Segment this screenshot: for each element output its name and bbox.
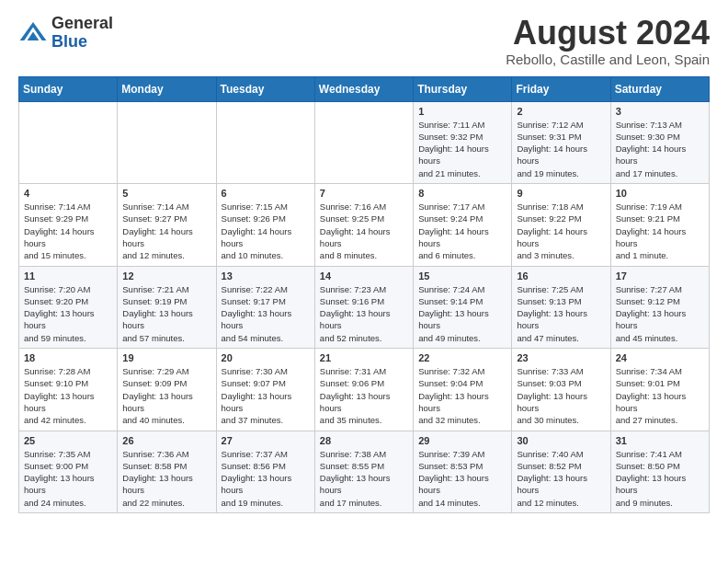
day-info: Sunrise: 7:30 AMSunset: 9:07 PMDaylight:… bbox=[222, 365, 310, 426]
day-info: Sunrise: 7:32 AMSunset: 9:04 PMDaylight:… bbox=[418, 365, 506, 426]
day-info: Sunrise: 7:22 AMSunset: 9:17 PMDaylight:… bbox=[222, 283, 310, 344]
day-info: Sunrise: 7:24 AMSunset: 9:14 PMDaylight:… bbox=[418, 283, 506, 344]
calendar-cell: 24Sunrise: 7:34 AMSunset: 9:01 PMDayligh… bbox=[610, 349, 709, 431]
calendar-cell: 19Sunrise: 7:29 AMSunset: 9:09 PMDayligh… bbox=[118, 349, 216, 431]
day-number: 29 bbox=[418, 435, 506, 446]
day-info: Sunrise: 7:16 AMSunset: 9:25 PMDaylight:… bbox=[320, 201, 408, 261]
calendar-cell: 6Sunrise: 7:15 AMSunset: 9:26 PMDaylight… bbox=[216, 184, 314, 266]
day-number: 25 bbox=[24, 435, 112, 446]
calendar-cell: 16Sunrise: 7:25 AMSunset: 9:13 PMDayligh… bbox=[512, 266, 610, 348]
day-info: Sunrise: 7:12 AMSunset: 9:31 PMDaylight:… bbox=[517, 119, 605, 179]
day-number: 23 bbox=[517, 352, 605, 363]
calendar-week-5: 25Sunrise: 7:35 AMSunset: 9:00 PMDayligh… bbox=[19, 431, 710, 512]
calendar-cell: 10Sunrise: 7:19 AMSunset: 9:21 PMDayligh… bbox=[610, 184, 709, 266]
calendar-cell: 17Sunrise: 7:27 AMSunset: 9:12 PMDayligh… bbox=[610, 266, 709, 348]
calendar-cell: 25Sunrise: 7:35 AMSunset: 9:00 PMDayligh… bbox=[19, 431, 118, 512]
calendar-week-3: 11Sunrise: 7:20 AMSunset: 9:20 PMDayligh… bbox=[19, 266, 710, 348]
day-info: Sunrise: 7:29 AMSunset: 9:09 PMDaylight:… bbox=[122, 365, 210, 426]
logo-blue: Blue bbox=[51, 32, 87, 51]
day-number: 24 bbox=[616, 352, 704, 363]
calendar-cell: 5Sunrise: 7:14 AMSunset: 9:27 PMDaylight… bbox=[118, 184, 216, 266]
calendar-cell bbox=[314, 101, 413, 183]
logo-text: General Blue bbox=[51, 15, 113, 52]
weekday-header-row: SundayMondayTuesdayWednesdayThursdayFrid… bbox=[19, 76, 710, 101]
calendar-cell: 11Sunrise: 7:20 AMSunset: 9:20 PMDayligh… bbox=[19, 266, 118, 348]
day-number: 26 bbox=[122, 435, 210, 446]
calendar-cell bbox=[216, 101, 314, 183]
calendar-cell: 15Sunrise: 7:24 AMSunset: 9:14 PMDayligh… bbox=[414, 266, 512, 348]
day-number: 20 bbox=[222, 352, 310, 363]
day-number: 6 bbox=[222, 188, 310, 199]
calendar-cell: 13Sunrise: 7:22 AMSunset: 9:17 PMDayligh… bbox=[216, 266, 314, 348]
logo-icon bbox=[18, 18, 48, 48]
logo: General Blue bbox=[18, 15, 113, 52]
day-number: 12 bbox=[122, 270, 210, 282]
day-number: 18 bbox=[24, 352, 112, 363]
calendar-cell: 3Sunrise: 7:13 AMSunset: 9:30 PMDaylight… bbox=[610, 101, 709, 183]
day-info: Sunrise: 7:37 AMSunset: 8:56 PMDaylight:… bbox=[222, 448, 310, 509]
header: General Blue August 2024 Rebollo, Castil… bbox=[18, 15, 710, 67]
weekday-header-monday: Monday bbox=[118, 76, 216, 101]
day-number: 22 bbox=[418, 352, 506, 363]
calendar-cell: 9Sunrise: 7:18 AMSunset: 9:22 PMDaylight… bbox=[512, 184, 610, 266]
day-number: 8 bbox=[418, 188, 506, 199]
day-number: 14 bbox=[320, 270, 408, 282]
day-info: Sunrise: 7:15 AMSunset: 9:26 PMDaylight:… bbox=[222, 201, 310, 261]
page-subtitle: Rebollo, Castille and Leon, Spain bbox=[506, 52, 710, 67]
page: General Blue August 2024 Rebollo, Castil… bbox=[0, 0, 728, 528]
day-number: 7 bbox=[320, 188, 408, 199]
day-number: 13 bbox=[222, 270, 310, 282]
calendar-cell: 23Sunrise: 7:33 AMSunset: 9:03 PMDayligh… bbox=[512, 349, 610, 431]
day-info: Sunrise: 7:28 AMSunset: 9:10 PMDaylight:… bbox=[24, 365, 112, 426]
calendar-cell: 20Sunrise: 7:30 AMSunset: 9:07 PMDayligh… bbox=[216, 349, 314, 431]
calendar-week-2: 4Sunrise: 7:14 AMSunset: 9:29 PMDaylight… bbox=[19, 184, 710, 266]
weekday-header-tuesday: Tuesday bbox=[216, 76, 314, 101]
calendar-table: SundayMondayTuesdayWednesdayThursdayFrid… bbox=[18, 76, 710, 513]
day-info: Sunrise: 7:11 AMSunset: 9:32 PMDaylight:… bbox=[418, 119, 506, 179]
calendar-cell: 1Sunrise: 7:11 AMSunset: 9:32 PMDaylight… bbox=[414, 101, 512, 183]
calendar-cell: 27Sunrise: 7:37 AMSunset: 8:56 PMDayligh… bbox=[216, 431, 314, 512]
day-number: 5 bbox=[122, 188, 210, 199]
day-number: 10 bbox=[616, 188, 704, 199]
day-info: Sunrise: 7:25 AMSunset: 9:13 PMDaylight:… bbox=[517, 283, 605, 344]
day-info: Sunrise: 7:18 AMSunset: 9:22 PMDaylight:… bbox=[517, 201, 605, 261]
day-number: 19 bbox=[122, 352, 210, 363]
day-info: Sunrise: 7:27 AMSunset: 9:12 PMDaylight:… bbox=[616, 283, 704, 344]
title-block: August 2024 Rebollo, Castille and Leon, … bbox=[506, 15, 710, 67]
day-number: 28 bbox=[320, 435, 408, 446]
calendar-cell: 28Sunrise: 7:38 AMSunset: 8:55 PMDayligh… bbox=[314, 431, 413, 512]
calendar-cell bbox=[19, 101, 118, 183]
day-info: Sunrise: 7:20 AMSunset: 9:20 PMDaylight:… bbox=[24, 283, 112, 344]
day-info: Sunrise: 7:41 AMSunset: 8:50 PMDaylight:… bbox=[616, 448, 704, 509]
day-info: Sunrise: 7:23 AMSunset: 9:16 PMDaylight:… bbox=[320, 283, 408, 344]
day-info: Sunrise: 7:21 AMSunset: 9:19 PMDaylight:… bbox=[122, 283, 210, 344]
day-info: Sunrise: 7:31 AMSunset: 9:06 PMDaylight:… bbox=[320, 365, 408, 426]
day-info: Sunrise: 7:38 AMSunset: 8:55 PMDaylight:… bbox=[320, 448, 408, 509]
day-info: Sunrise: 7:40 AMSunset: 8:52 PMDaylight:… bbox=[517, 448, 605, 509]
day-info: Sunrise: 7:33 AMSunset: 9:03 PMDaylight:… bbox=[517, 365, 605, 426]
day-number: 16 bbox=[517, 270, 605, 282]
day-number: 11 bbox=[24, 270, 112, 282]
logo-general: General bbox=[51, 14, 113, 32]
day-number: 1 bbox=[418, 106, 506, 117]
calendar-cell: 29Sunrise: 7:39 AMSunset: 8:53 PMDayligh… bbox=[414, 431, 512, 512]
day-number: 4 bbox=[24, 188, 112, 199]
calendar-cell: 8Sunrise: 7:17 AMSunset: 9:24 PMDaylight… bbox=[414, 184, 512, 266]
calendar-cell: 31Sunrise: 7:41 AMSunset: 8:50 PMDayligh… bbox=[610, 431, 709, 512]
day-number: 9 bbox=[517, 188, 605, 199]
page-title: August 2024 bbox=[506, 15, 710, 52]
calendar-week-1: 1Sunrise: 7:11 AMSunset: 9:32 PMDaylight… bbox=[19, 101, 710, 183]
calendar-cell: 26Sunrise: 7:36 AMSunset: 8:58 PMDayligh… bbox=[118, 431, 216, 512]
weekday-header-friday: Friday bbox=[512, 76, 610, 101]
day-info: Sunrise: 7:13 AMSunset: 9:30 PMDaylight:… bbox=[616, 119, 704, 179]
calendar-cell: 4Sunrise: 7:14 AMSunset: 9:29 PMDaylight… bbox=[19, 184, 118, 266]
day-info: Sunrise: 7:14 AMSunset: 9:29 PMDaylight:… bbox=[24, 201, 112, 261]
day-info: Sunrise: 7:34 AMSunset: 9:01 PMDaylight:… bbox=[616, 365, 704, 426]
day-info: Sunrise: 7:17 AMSunset: 9:24 PMDaylight:… bbox=[418, 201, 506, 261]
weekday-header-wednesday: Wednesday bbox=[314, 76, 413, 101]
calendar-cell: 2Sunrise: 7:12 AMSunset: 9:31 PMDaylight… bbox=[512, 101, 610, 183]
day-number: 17 bbox=[616, 270, 704, 282]
calendar-cell: 21Sunrise: 7:31 AMSunset: 9:06 PMDayligh… bbox=[314, 349, 413, 431]
day-info: Sunrise: 7:35 AMSunset: 9:00 PMDaylight:… bbox=[24, 448, 112, 509]
calendar-cell: 12Sunrise: 7:21 AMSunset: 9:19 PMDayligh… bbox=[118, 266, 216, 348]
